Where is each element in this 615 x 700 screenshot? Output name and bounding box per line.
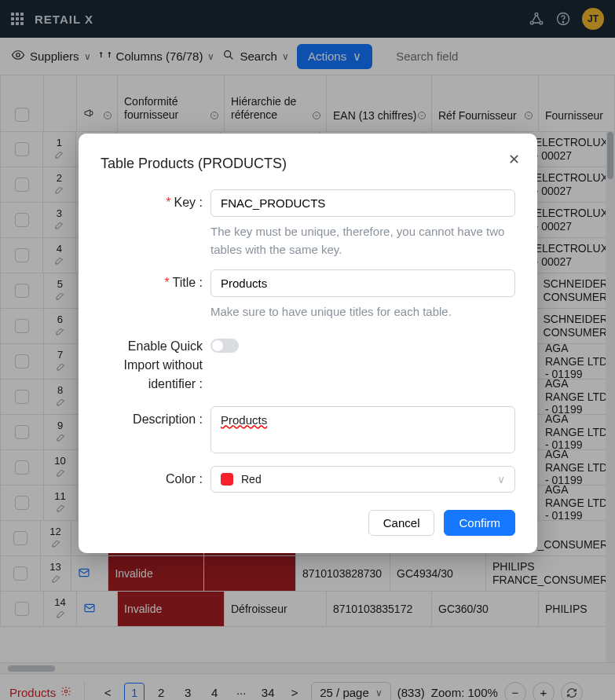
color-select[interactable]: Red ∨ (210, 466, 515, 493)
key-input[interactable] (210, 189, 515, 217)
quick-import-toggle[interactable] (210, 339, 239, 353)
description-label: Description : (101, 406, 203, 453)
color-value: Red (241, 473, 262, 486)
cancel-button[interactable]: Cancel (368, 510, 435, 536)
title-input[interactable] (210, 269, 515, 297)
close-icon[interactable]: ✕ (508, 151, 520, 168)
title-help-text: Make sure to have unique titles for each… (210, 303, 515, 321)
description-textarea[interactable]: Products (210, 406, 515, 453)
color-label: Color : (101, 466, 203, 493)
table-edit-modal: ✕ Table Products (PRODUCTS) *Key : The k… (79, 134, 537, 553)
modal-title: Table Products (PRODUCTS) (101, 156, 515, 172)
chevron-down-icon: ∨ (497, 473, 505, 486)
confirm-button[interactable]: Confirm (444, 510, 515, 536)
title-label: *Title : (101, 269, 203, 321)
color-swatch-icon (221, 473, 233, 486)
key-help-text: The key must be unique, therefore, you c… (210, 223, 515, 258)
key-label: *Key : (101, 189, 203, 258)
quick-import-label: Enable Quick Import without identifier : (101, 335, 203, 394)
